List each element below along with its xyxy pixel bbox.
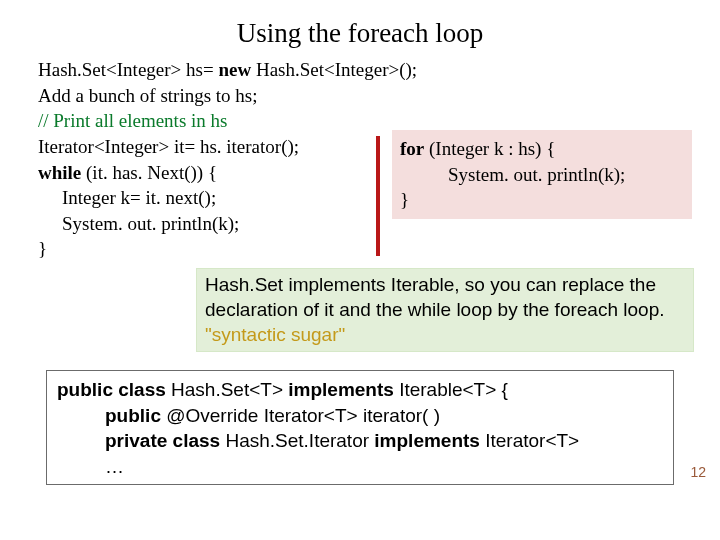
code-text: Integer k= it. next(); [62,187,216,208]
foreach-line-2: System. out. println(k); [400,162,684,188]
iterator-code: Iterator<Integer> it= hs. iterator(); wh… [38,134,368,262]
bottom-line-4: … [57,454,663,480]
slide-title: Using the foreach loop [38,18,682,49]
page-number: 12 [690,464,706,480]
kw-public-class: public class [57,379,171,400]
kw-private-class: private class [105,430,225,451]
code-text: Hash.Set.Iterator [225,430,374,451]
slide: Using the foreach loop Hash.Set<Integer>… [0,0,720,540]
keyword-for: for [400,138,424,159]
kw-implements: implements [288,379,394,400]
bottom-line-2: public @Override Iterator<T> iterator( ) [57,403,663,429]
code-text: System. out. println(k); [448,164,625,185]
foreach-box: for (Integer k : hs) { System. out. prin… [392,130,692,219]
code-line-5: while (it. has. Next()) { [38,160,368,186]
code-text: Iterable<T> { [394,379,508,400]
foreach-line-1: for (Integer k : hs) { [400,136,684,162]
keyword-while: while [38,162,81,183]
code-line-4: Iterator<Integer> it= hs. iterator(); [38,134,368,160]
ellipsis: … [105,456,124,477]
two-column-area: Iterator<Integer> it= hs. iterator(); wh… [38,134,682,262]
note-it: it [324,299,334,320]
note-text: implements [288,274,390,295]
note-iterable: Iterable [391,274,454,295]
code-text: (Integer k : hs) { [424,138,555,159]
code-text: System. out. println(k); [62,213,239,234]
kw-implements: implements [374,430,480,451]
kw-public: public [105,405,166,426]
code-text: Hash.Set<Integer> hs= [38,59,218,80]
code-text: Iterator<T> [480,430,579,451]
bottom-line-1: public class Hash.Set<T> implements Iter… [57,377,663,403]
main-code: Hash.Set<Integer> hs= new Hash.Set<Integ… [38,57,682,352]
foreach-line-3: } [400,187,684,213]
class-declaration-box: public class Hash.Set<T> implements Iter… [46,370,674,485]
note-text: Hash.Set [205,274,288,295]
bottom-line-3: private class Hash.Set.Iterator implemen… [57,428,663,454]
code-line-6: Integer k= it. next(); [38,185,368,211]
note-text: and the while loop by the foreach loop. [334,299,665,320]
code-line-2: Add a bunch of strings to hs; [38,83,682,109]
note-sugar: "syntactic sugar" [205,324,345,345]
code-text: Hash.Set<T> [171,379,288,400]
code-line-8: } [38,236,368,262]
code-text: (it. has. Next()) { [81,162,217,183]
keyword-new: new [218,59,251,80]
vertical-divider [376,136,380,256]
code-line-7: System. out. println(k); [38,211,368,237]
code-text: @Override Iterator<T> iterator( ) [166,405,440,426]
code-line-1: Hash.Set<Integer> hs= new Hash.Set<Integ… [38,57,682,83]
explanation-box: Hash.Set implements Iterable, so you can… [196,268,694,352]
code-text: Hash.Set<Integer>(); [251,59,417,80]
